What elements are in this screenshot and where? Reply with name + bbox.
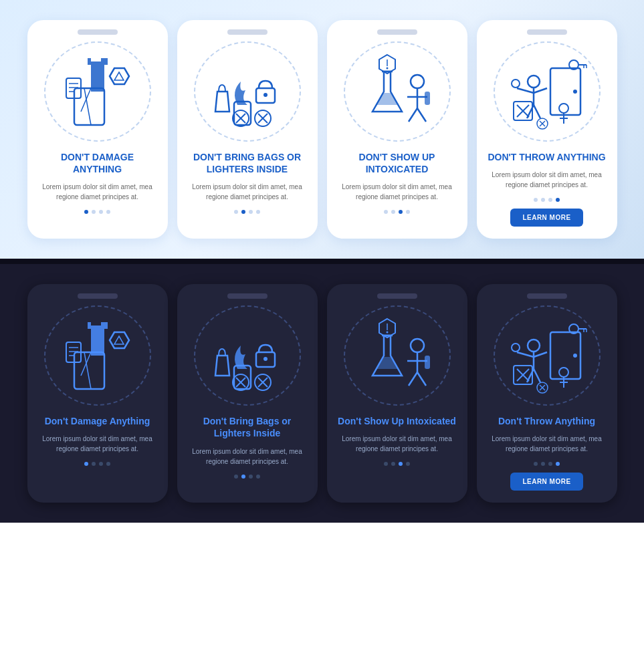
svg-marker-1 (110, 68, 129, 84)
card-title-throw-light: DON'T THROW ANYTHING (488, 151, 605, 163)
dot-1 (234, 475, 238, 479)
dot-4 (556, 198, 560, 202)
svg-line-38 (534, 88, 547, 93)
notch (377, 29, 417, 35)
card-body-bags-dark: Lorem ipsum dolor sit dim amet, mea regi… (188, 446, 307, 467)
card-bags-light: DON'T BRING BAGS OR LIGHTERS INSIDE Lore… (177, 20, 318, 239)
dot-3 (249, 475, 253, 479)
illustration-bags-dark (194, 305, 301, 406)
dot-2 (92, 462, 96, 466)
dot-2 (391, 210, 395, 214)
dark-section: Don't Damage Anything Lorem ipsum dolor … (0, 264, 644, 523)
dots-damage-dark (84, 462, 110, 466)
illustration-damage-light (44, 41, 151, 142)
card-damage-light: DON'T DAMAGE ANYTHING Lorem ipsum dolor … (27, 20, 168, 239)
dots-intoxicated-light (384, 210, 410, 214)
dot-3 (399, 462, 403, 466)
card-throw-dark: Don't Throw Anything Lorem ipsum dolor s… (477, 284, 617, 503)
svg-point-22 (386, 68, 388, 70)
dot-4 (556, 462, 560, 466)
dot-2 (541, 198, 545, 202)
dot-3 (99, 210, 103, 214)
light-section: DON'T DAMAGE ANYTHING Lorem ipsum dolor … (0, 0, 644, 259)
illustration-throw-light (494, 41, 601, 142)
learn-more-button-dark[interactable]: LEARN MORE (510, 473, 582, 491)
svg-line-26 (409, 108, 417, 122)
notch (377, 293, 417, 299)
svg-point-23 (411, 75, 424, 88)
svg-marker-51 (88, 322, 108, 356)
card-body-bags-light: Lorem ipsum dolor sit dim amet, mea regi… (188, 182, 307, 202)
svg-marker-0 (88, 58, 108, 92)
card-title-damage-light: DON'T DAMAGE ANYTHING (38, 151, 157, 175)
svg-line-5 (81, 88, 91, 112)
dot-3 (249, 210, 253, 214)
card-title-intoxicated-light: DON'T SHOW UP INTOXICATED (338, 151, 457, 175)
svg-line-78 (417, 372, 426, 386)
illustration-bags-light (194, 41, 301, 142)
illustration-damage-dark (44, 305, 151, 406)
svg-line-55 (84, 352, 91, 389)
card-throw-light: DON'T THROW ANYTHING Lorem ipsum dolor s… (477, 20, 617, 239)
dot-1 (534, 462, 538, 466)
dot-1 (84, 210, 88, 214)
card-title-bags-dark: Don't Bring Bags or Lighters Inside (188, 415, 307, 439)
notch (527, 29, 567, 35)
dot-4 (256, 210, 260, 214)
svg-line-91 (534, 369, 540, 382)
dots-bags-dark (234, 475, 260, 479)
svg-line-89 (534, 352, 547, 357)
card-body-intoxicated-light: Lorem ipsum dolor sit dim amet, mea regi… (338, 182, 457, 202)
notch (78, 293, 118, 299)
svg-point-73 (386, 332, 388, 334)
card-title-throw-dark: Don't Throw Anything (498, 415, 595, 427)
dots-damage-light (84, 210, 110, 214)
dots-intoxicated-dark (384, 462, 410, 466)
notch (227, 293, 267, 299)
svg-rect-28 (425, 92, 430, 105)
svg-point-41 (512, 80, 520, 88)
svg-point-81 (573, 354, 577, 358)
dot-4 (106, 462, 110, 466)
svg-point-35 (528, 76, 540, 88)
dot-1 (534, 198, 538, 202)
svg-line-56 (81, 352, 91, 376)
svg-rect-79 (425, 356, 430, 369)
card-title-bags-light: DON'T BRING BAGS OR LIGHTERS INSIDE (188, 151, 307, 175)
dot-1 (84, 462, 88, 466)
card-intoxicated-dark: Don't Show Up Intoxicated Lorem ipsum do… (327, 284, 467, 503)
notch (227, 29, 267, 35)
svg-point-63 (263, 357, 267, 361)
dot-4 (406, 210, 410, 214)
learn-more-button-light[interactable]: LEARN MORE (510, 209, 582, 227)
card-damage-dark: Don't Damage Anything Lorem ipsum dolor … (27, 284, 168, 503)
svg-point-96 (559, 368, 568, 377)
dot-2 (92, 210, 96, 214)
illustration-intoxicated-light (344, 41, 451, 142)
dot-2 (241, 210, 245, 214)
dots-throw-dark (534, 462, 560, 466)
card-body-intoxicated-dark: Lorem ipsum dolor sit dim amet, mea regi… (338, 434, 457, 454)
dot-3 (548, 198, 552, 202)
dot-3 (99, 462, 103, 466)
dot-3 (399, 210, 403, 214)
card-bags-dark: Don't Bring Bags or Lighters Inside Lore… (177, 284, 318, 503)
dot-1 (384, 210, 388, 214)
dot-3 (548, 462, 552, 466)
illustration-throw-dark (494, 305, 601, 406)
illustration-intoxicated-dark (344, 305, 451, 406)
card-title-intoxicated-dark: Don't Show Up Intoxicated (338, 415, 456, 427)
svg-rect-54 (74, 352, 104, 389)
svg-point-92 (512, 344, 520, 352)
svg-line-88 (517, 352, 534, 357)
svg-rect-3 (74, 88, 104, 125)
section-divider (0, 259, 644, 264)
dot-2 (541, 462, 545, 466)
card-body-damage-dark: Lorem ipsum dolor sit dim amet, mea regi… (38, 434, 157, 454)
svg-line-37 (517, 88, 534, 93)
card-intoxicated-light: DON'T SHOW UP INTOXICATED Lorem ipsum do… (327, 20, 467, 239)
dots-throw-light (534, 198, 560, 202)
svg-marker-2 (114, 72, 124, 80)
svg-line-40 (534, 105, 540, 118)
card-body-throw-dark: Lorem ipsum dolor sit dim amet, mea regi… (488, 434, 607, 454)
